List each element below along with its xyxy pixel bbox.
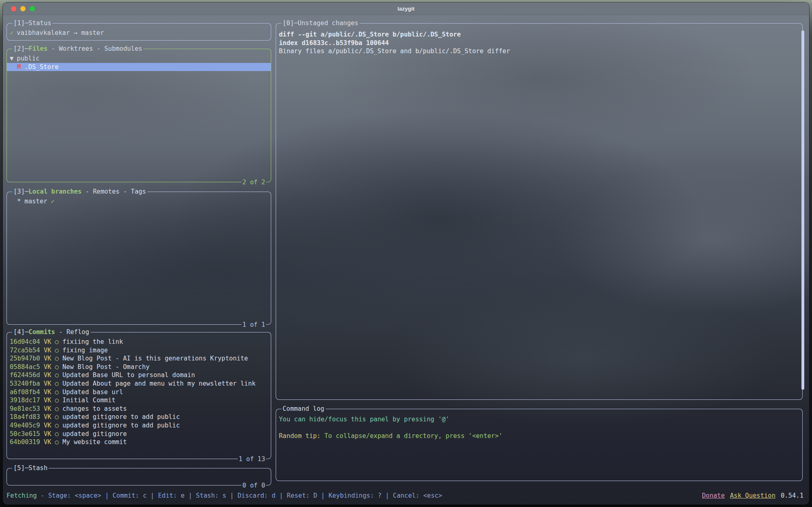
commit-graph-icon: ○ (55, 371, 58, 379)
commit-author: VK (44, 397, 52, 404)
tree-row-directory[interactable]: ▼public (10, 54, 268, 63)
commit-message: My website commit (63, 438, 127, 446)
commit-author: VK (44, 380, 52, 387)
commit-author: VK (44, 338, 52, 345)
commit-message: fixing image (63, 347, 108, 354)
branch-row[interactable]: *master✓ (10, 197, 268, 206)
scrollbar-thumb[interactable] (801, 30, 804, 390)
commit-row[interactable]: 16d04c04VK○fixiing the link (10, 338, 268, 346)
version-label: 0.54.1 (781, 492, 803, 499)
commit-row[interactable]: 18a4fd83VK○updated gitignore to add publ… (10, 413, 268, 421)
files-panel[interactable]: [2]─Files - Worktrees - Submodules ▼publ… (6, 49, 271, 182)
commit-author: VK (44, 363, 52, 371)
commit-hash: 25b947b0 (10, 355, 40, 362)
commit-hash: 05884ac5 (10, 363, 40, 371)
commit-graph-icon: ○ (55, 380, 58, 387)
diff-index-line: index d16833c..b53f9ba 100644 (279, 39, 799, 47)
commit-hash: 53240fba (10, 380, 40, 387)
commit-message: fixiing the link (63, 338, 123, 345)
ask-question-link[interactable]: Ask Question (730, 492, 775, 499)
commit-hash: 3918dc17 (10, 397, 40, 404)
stash-panel[interactable]: [5]─Stash 0 of 0 (6, 468, 271, 485)
branches-panel[interactable]: [3]─Local branches - Remotes - Tags *mas… (6, 192, 271, 325)
branches-panel-title: [3]─Local branches - Remotes - Tags (12, 188, 147, 192)
commit-author: VK (44, 388, 52, 396)
tab-reflog[interactable]: - Reflog (55, 328, 89, 336)
commit-message: changes to assets (63, 405, 127, 412)
commit-hash: f624456d (10, 371, 40, 379)
commit-message: updated gitignore to add public (63, 413, 180, 421)
commit-graph-icon: ○ (55, 388, 58, 396)
commit-row[interactable]: a6f08fb4VK○Updated base url (10, 388, 268, 397)
branch-uptodate-icon: ✓ (51, 198, 54, 205)
lazygit-ui: [1]─Status ✓vaibhavkalekar → master [2]─… (3, 15, 809, 505)
commit-message: updated gitignore to add public (63, 422, 180, 429)
commit-message: New Blog Post - Omarchy (63, 363, 150, 371)
commit-graph-icon: ○ (55, 430, 58, 438)
commit-graph-icon: ○ (55, 347, 58, 354)
commit-author: VK (44, 438, 52, 446)
commit-row[interactable]: 3918dc17VK○Initial Commit (10, 396, 268, 405)
branches-count: 1 of 1 (242, 321, 266, 326)
commit-row[interactable]: 05884ac5VK○New Blog Post - Omarchy (10, 363, 268, 371)
branch-marker: * (17, 198, 21, 205)
commit-row[interactable]: 49e405c9VK○updated gitignore to add publ… (10, 421, 268, 430)
stash-count: 0 of 0 (242, 481, 266, 486)
commit-graph-icon: ○ (55, 438, 58, 446)
commit-hash: 72ca5b54 (10, 347, 40, 354)
commit-graph-icon: ○ (55, 363, 58, 371)
commit-row[interactable]: 50c3e615VK○updated gitignore (10, 430, 268, 438)
tip-label: Random tip: (279, 432, 321, 440)
status-panel[interactable]: [1]─Status ✓vaibhavkalekar → master (6, 23, 271, 41)
commit-graph-icon: ○ (55, 405, 58, 412)
donate-link[interactable]: Donate (702, 492, 725, 499)
commit-message: Updated base url (63, 388, 123, 396)
commit-hash: 49e405c9 (10, 422, 40, 429)
commit-message: Updated Base URL to personal domain (63, 371, 195, 379)
tab-commits[interactable]: Commits (28, 328, 55, 336)
bottom-status-bar: Fetching - Stage: <space> | Commit: c | … (6, 490, 803, 501)
commit-row[interactable]: f624456dVK○Updated Base URL to personal … (10, 371, 268, 380)
commit-hash: 50c3e615 (10, 430, 40, 438)
main-panel-unstaged-changes[interactable]: [0]─Unstaged changes diff --git a/public… (276, 23, 803, 400)
diff-header-line: diff --git a/public/.DS_Store b/public/.… (279, 30, 799, 39)
check-icon: ✓ (10, 29, 13, 36)
tree-row-file-selected[interactable]: M.DS_Store (7, 63, 271, 71)
tab-files[interactable]: Files (28, 45, 48, 52)
commit-author: VK (44, 371, 52, 379)
repo-branch-text: vaibhavkalekar → master (17, 29, 104, 36)
commit-author: VK (44, 413, 52, 421)
traffic-lights (11, 2, 35, 15)
files-panel-title: [2]─Files - Worktrees - Submodules (12, 45, 143, 50)
commit-author: VK (44, 355, 52, 362)
tabs-worktrees-submodules[interactable]: - Worktrees - Submodules (48, 45, 142, 52)
commit-row[interactable]: 64b00319VK○My website commit (10, 438, 268, 447)
commit-graph-icon: ○ (55, 355, 58, 362)
commit-row[interactable]: 9e81ec53VK○changes to assets (10, 405, 268, 413)
branch-name: master (24, 198, 47, 205)
commit-message: Updated About page and menu with my news… (63, 380, 256, 387)
commit-hash: 9e81ec53 (10, 405, 40, 412)
commit-graph-icon: ○ (55, 422, 58, 429)
file-name: .DS_Store (24, 63, 58, 71)
maximize-button[interactable] (30, 6, 35, 11)
file-status-modified: M (17, 63, 21, 71)
commit-row[interactable]: 72ca5b54VK○fixing image (10, 346, 268, 355)
command-log-tip: Random tip: To collapse/expand a directo… (279, 432, 799, 440)
commit-hash: a6f08fb4 (10, 388, 40, 396)
window-titlebar[interactable]: lazygit (3, 2, 809, 15)
tabs-remotes-tags[interactable]: - Remotes - Tags (82, 188, 146, 195)
close-button[interactable] (11, 6, 16, 11)
directory-name: public (17, 55, 39, 62)
command-log-blank-line (279, 424, 799, 432)
commit-row[interactable]: 53240fbaVK○Updated About page and menu w… (10, 380, 268, 388)
commits-panel[interactable]: [4]─Commits - Reflog 16d04c04VK○fixiing … (6, 332, 271, 459)
tab-local-branches[interactable]: Local branches (28, 188, 82, 195)
commits-count: 1 of 13 (238, 455, 266, 460)
commit-row[interactable]: 25b947b0VK○New Blog Post - AI is this ge… (10, 354, 268, 363)
minimize-button[interactable] (20, 6, 26, 11)
command-log-panel[interactable]: Command log You can hide/focus this pane… (276, 409, 803, 481)
collapse-arrow-icon[interactable]: ▼ (10, 55, 13, 62)
diff-binary-line: Binary files a/public/.DS_Store and b/pu… (279, 47, 799, 56)
terminal-window: lazygit [1]─Status ✓vaibhavkalekar → mas… (3, 2, 809, 505)
